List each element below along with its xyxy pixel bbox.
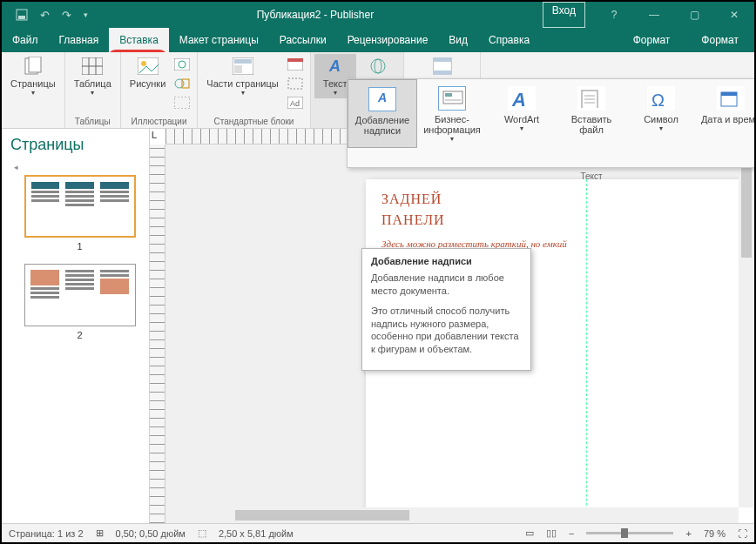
view-spread-icon[interactable]: ▯▯: [546, 527, 557, 539]
status-position: 0,50; 0,50 дюйм: [116, 528, 186, 539]
wordart-option[interactable]: AWordArt▾: [487, 79, 557, 148]
svg-rect-1: [18, 16, 25, 19]
tooltip-line2: Это отличный способ получить надпись нуж…: [371, 305, 522, 356]
pages-button[interactable]: Страницы▾: [5, 54, 61, 98]
ribbon-group-tables: Таблица▾ Таблицы: [65, 52, 121, 128]
svg-rect-20: [288, 78, 302, 89]
calendar-icon[interactable]: [286, 56, 305, 73]
window-controls: Вход ? — ▢ ✕: [543, 2, 754, 28]
tooltip-title: Добавление надписи: [371, 256, 522, 266]
zoom-in-icon[interactable]: +: [685, 528, 691, 539]
symbol-option[interactable]: ΩСимвол▾: [626, 79, 696, 148]
thumb-label-2: 2: [10, 330, 149, 340]
scrollbar-horizontal[interactable]: [165, 507, 739, 523]
tab-layout[interactable]: Макет страницы: [169, 28, 269, 52]
status-size: 2,50 x 5,81 дюйм: [219, 528, 294, 539]
text-dropdown: A Добавление надписи Бизнес-информация▾ …: [347, 78, 756, 168]
tab-file[interactable]: Файл: [2, 28, 49, 52]
minimize-icon[interactable]: —: [634, 2, 674, 28]
tab-review[interactable]: Рецензирование: [337, 28, 439, 52]
page-thumb-2[interactable]: [24, 264, 136, 326]
border-icon[interactable]: [286, 75, 305, 92]
bizinfo-icon: [438, 86, 466, 111]
tab-mailings[interactable]: Рассылки: [269, 28, 337, 52]
tab-help[interactable]: Справка: [478, 28, 540, 52]
svg-text:Ω: Ω: [651, 91, 665, 108]
svg-point-25: [375, 59, 381, 73]
fit-icon[interactable]: ⛶: [738, 528, 747, 539]
undo-icon[interactable]: ↶: [40, 9, 50, 22]
zoom-value[interactable]: 79 %: [704, 528, 726, 539]
ribbon-group-illustrations: Рисунки Иллюстрации: [121, 52, 199, 128]
svg-rect-30: [445, 93, 452, 97]
svg-rect-39: [721, 92, 737, 96]
status-page[interactable]: Страница: 1 из 2: [9, 528, 84, 539]
ad-icon[interactable]: Ad: [286, 94, 305, 111]
tooltip-line1: Добавление надписи в любое место докумен…: [371, 272, 522, 298]
help-icon[interactable]: ?: [594, 2, 634, 28]
window-title: Публикация2 - Publisher: [88, 9, 543, 21]
svg-text:A: A: [511, 89, 526, 108]
position-icon: ⊞: [96, 527, 104, 539]
zoom-slider[interactable]: [586, 532, 673, 534]
tab-context-format2[interactable]: Формат: [685, 28, 754, 52]
datetime-icon: [717, 86, 745, 111]
shapes-icon[interactable]: [172, 75, 192, 92]
datetime-option[interactable]: Дата и время: [696, 79, 756, 148]
pictures-button[interactable]: Рисунки: [125, 54, 172, 91]
symbol-icon: Ω: [647, 86, 675, 111]
bizinfo-option[interactable]: Бизнес-информация▾: [417, 79, 487, 148]
ribbon-group-blocks: Части страницы▾ Ad Стандартные блоки: [198, 52, 310, 128]
table-button[interactable]: Таблица▾: [69, 54, 117, 98]
size-icon: ⬚: [198, 527, 206, 539]
svg-rect-28: [433, 71, 452, 75]
text-group-label: Текст: [580, 171, 602, 181]
addtext-option[interactable]: A Добавление надписи: [348, 79, 417, 148]
ruler-vertical[interactable]: [150, 144, 165, 523]
svg-rect-16: [234, 59, 252, 64]
ribbon-group-pages: Страницы▾: [2, 52, 65, 128]
tooltip: Добавление надписи Добавление надписи в …: [361, 248, 531, 371]
close-icon[interactable]: ✕: [714, 2, 754, 28]
page-thumb-1[interactable]: [24, 175, 136, 238]
tab-insert[interactable]: Вставка: [109, 28, 169, 52]
maximize-icon[interactable]: ▢: [674, 2, 714, 28]
save-icon[interactable]: [16, 9, 28, 21]
scrollbar-vertical[interactable]: [739, 144, 754, 507]
insertfile-option[interactable]: Вставить файл: [557, 79, 626, 148]
svg-rect-3: [29, 57, 41, 72]
redo-icon[interactable]: ↷: [62, 9, 71, 22]
tab-home[interactable]: Главная: [49, 28, 110, 52]
wordart-icon: A: [508, 86, 536, 111]
zoom-out-icon[interactable]: −: [569, 528, 574, 539]
thumb-label-1: 1: [10, 241, 149, 252]
textbox-icon: A: [368, 87, 396, 111]
quick-access-toolbar: ↶ ↷ ▾: [2, 9, 88, 22]
view-single-icon[interactable]: ▭: [525, 527, 534, 539]
svg-text:A: A: [328, 57, 341, 75]
pages-panel: Страницы ◂ 1 2: [2, 129, 150, 523]
online-pictures-icon[interactable]: [172, 56, 192, 73]
ruler-corner: L: [152, 131, 157, 140]
svg-rect-14: [174, 97, 190, 109]
placeholder-icon[interactable]: [172, 94, 192, 111]
menubar: Файл Главная Вставка Макет страницы Расс…: [2, 28, 754, 52]
page-column-2: [587, 179, 739, 523]
tab-view[interactable]: Вид: [438, 28, 478, 52]
svg-rect-27: [433, 57, 452, 62]
pageparts-button[interactable]: Части страницы▾: [201, 54, 283, 98]
statusbar: Страница: 1 из 2 ⊞ 0,50; 0,50 дюйм ⬚ 2,5…: [2, 523, 754, 542]
pages-panel-title: Страницы: [10, 136, 149, 154]
login-button[interactable]: Вход: [543, 2, 585, 28]
svg-text:Ad: Ad: [290, 99, 300, 108]
svg-point-24: [371, 59, 385, 73]
file-icon: [577, 86, 605, 111]
svg-rect-17: [234, 65, 242, 73]
titlebar: ↶ ↷ ▾ Публикация2 - Publisher Вход ? — ▢…: [2, 2, 754, 28]
svg-rect-19: [287, 58, 303, 62]
svg-rect-10: [174, 58, 190, 71]
tab-context-format1[interactable]: Формат: [618, 28, 686, 52]
svg-point-9: [141, 61, 146, 66]
